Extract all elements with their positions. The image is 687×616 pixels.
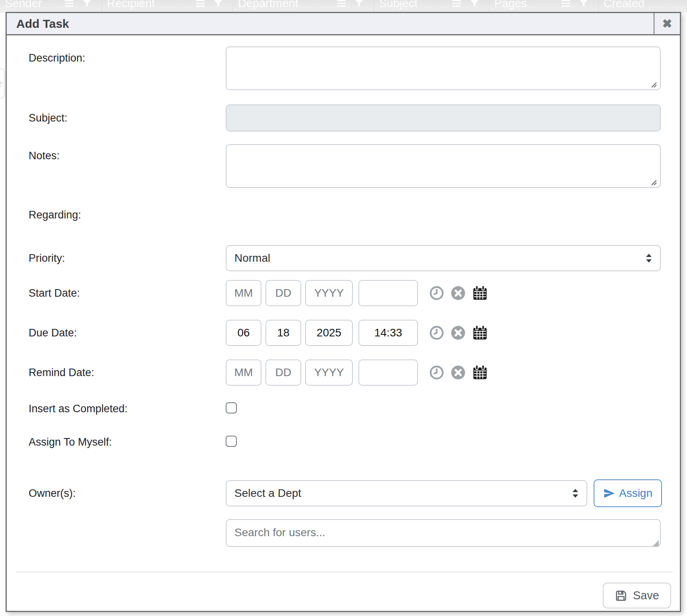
column-menu-icon[interactable] — [65, 0, 74, 7]
column-header-subject[interactable]: Subject — [373, 0, 489, 13]
filter-funnel-icon[interactable] — [214, 0, 222, 6]
close-button[interactable]: ✖ — [654, 13, 680, 34]
remind-date-calendar-button[interactable] — [472, 365, 488, 380]
remind-date-time-picker-button[interactable] — [429, 365, 444, 380]
dialog-header: Add Task ✖ — [7, 13, 680, 35]
subject-label: Subject: — [29, 112, 226, 124]
priority-select[interactable]: Normal — [226, 245, 661, 271]
assign-button[interactable]: Assign — [594, 479, 662, 507]
description-label: Description: — [29, 46, 226, 92]
remind-date-clear-button[interactable] — [451, 365, 466, 380]
due-date-day-input[interactable] — [265, 320, 301, 346]
column-label: Subject — [379, 0, 418, 10]
filter-funnel-icon[interactable] — [580, 0, 588, 6]
clock-icon — [429, 286, 444, 301]
dialog-title: Add Task — [7, 17, 69, 31]
column-header-department[interactable]: Department — [232, 0, 373, 13]
remind-date-label: Remind Date: — [29, 367, 226, 379]
column-label: Created — [604, 0, 644, 10]
due-date-time-input[interactable] — [358, 320, 418, 346]
save-button[interactable]: Save — [603, 583, 671, 608]
close-icon: ✖ — [662, 17, 672, 31]
insert-as-completed-checkbox[interactable] — [226, 402, 237, 413]
description-row: Description: — [29, 46, 661, 92]
assign-button-label: Assign — [619, 487, 652, 500]
column-header-created[interactable]: Created — [598, 0, 687, 13]
clock-icon — [429, 325, 444, 340]
start-date-label: Start Date: — [29, 287, 226, 299]
filter-funnel-icon[interactable] — [470, 0, 478, 6]
assign-to-myself-checkbox[interactable] — [226, 436, 237, 447]
due-date-month-input[interactable] — [226, 320, 261, 346]
subject-row: Subject: — [29, 104, 661, 131]
regarding-row: Regarding: — [29, 207, 661, 223]
start-date-month-input[interactable] — [226, 280, 261, 306]
paper-plane-icon — [603, 487, 615, 499]
start-date-time-picker-button[interactable] — [429, 286, 444, 301]
start-date-calendar-button[interactable] — [472, 285, 488, 301]
notes-row: Notes: — [29, 144, 661, 189]
insert-as-completed-label: Insert as Completed: — [29, 403, 226, 415]
start-date-row: Start Date: — [29, 280, 661, 306]
column-header-sender[interactable]: Sender — [0, 0, 101, 13]
dialog-footer: Save — [16, 572, 673, 616]
remind-date-year-input[interactable] — [305, 359, 353, 386]
start-date-day-input[interactable] — [265, 280, 301, 306]
column-label: Sender — [5, 0, 42, 10]
notes-input[interactable] — [226, 144, 661, 188]
due-date-row: Due Date: — [29, 320, 661, 346]
column-menu-icon[interactable] — [561, 0, 570, 7]
owners-row: Owner(s): Select a Dept Assign — [29, 479, 661, 507]
department-selected-value: Select a Dept — [234, 487, 301, 500]
background-table-header: Sender Recipient Department Subject — [0, 0, 687, 13]
priority-selected-value: Normal — [234, 252, 270, 265]
column-label: Recipient — [107, 0, 155, 10]
dialog-body: Description: Subject: Notes: Regarding: — [7, 35, 680, 548]
select-arrows-icon — [572, 489, 579, 498]
due-date-label: Due Date: — [29, 327, 226, 339]
user-search-input[interactable] — [226, 519, 661, 547]
calendar-icon — [472, 365, 488, 380]
start-date-year-input[interactable] — [305, 280, 353, 306]
calendar-icon — [472, 325, 488, 341]
owners-label: Owner(s): — [29, 487, 226, 500]
priority-row: Priority: Normal — [29, 245, 661, 271]
user-search-row — [29, 519, 661, 548]
column-menu-icon[interactable] — [452, 0, 461, 7]
start-date-clear-button[interactable] — [451, 286, 466, 301]
column-menu-icon[interactable] — [196, 0, 205, 7]
insert-as-completed-row: Insert as Completed: — [29, 402, 661, 416]
calendar-icon — [472, 285, 488, 301]
due-date-calendar-button[interactable] — [472, 325, 488, 341]
notes-label: Notes: — [29, 144, 226, 189]
start-date-time-input[interactable] — [358, 280, 418, 306]
assign-to-myself-row: Assign To Myself: — [29, 435, 661, 449]
floppy-disk-icon — [615, 589, 627, 602]
select-arrows-icon — [646, 254, 652, 263]
subject-input — [226, 104, 661, 131]
remind-date-row: Remind Date: — [29, 359, 661, 386]
filter-funnel-icon[interactable] — [83, 0, 91, 6]
remind-date-month-input[interactable] — [226, 359, 261, 386]
description-input[interactable] — [226, 46, 661, 90]
x-circle-icon — [451, 325, 466, 340]
clock-icon — [429, 365, 444, 380]
remind-date-day-input[interactable] — [265, 359, 301, 386]
remind-date-time-input[interactable] — [358, 359, 418, 386]
x-circle-icon — [451, 365, 466, 380]
due-date-time-picker-button[interactable] — [429, 325, 444, 340]
column-header-pages[interactable]: Pages — [489, 0, 598, 13]
save-button-label: Save — [633, 589, 659, 602]
column-label: Pages — [494, 0, 527, 10]
background-partial-input: e — [0, 68, 5, 98]
column-menu-icon[interactable] — [337, 0, 346, 7]
due-date-clear-button[interactable] — [451, 325, 466, 340]
column-label: Department — [238, 0, 298, 10]
priority-label: Priority: — [29, 252, 226, 265]
filter-funnel-icon[interactable] — [355, 0, 363, 6]
column-header-recipient[interactable]: Recipient — [101, 0, 232, 13]
department-select[interactable]: Select a Dept — [226, 480, 587, 506]
due-date-year-input[interactable] — [305, 320, 353, 346]
x-circle-icon — [451, 286, 466, 301]
add-task-dialog: Add Task ✖ Description: Subject: Notes: — [6, 12, 681, 612]
